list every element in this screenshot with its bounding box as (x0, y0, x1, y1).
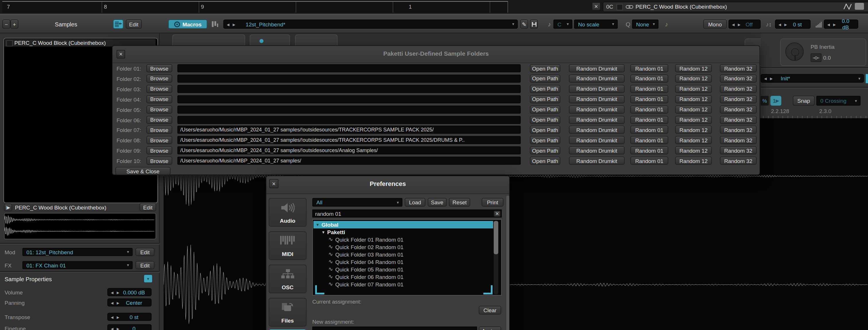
assign-button[interactable]: Assign (479, 327, 501, 330)
row-button-random-drumkit[interactable]: Random Drumkit (569, 136, 625, 144)
row-button-open-path[interactable]: Open Path (530, 64, 560, 72)
sample-remove-button[interactable]: − (2, 20, 10, 29)
scrollbar-accent[interactable] (866, 74, 868, 83)
track-header[interactable]: 0C PERC_C Wood Block (Cubeinthebox) (603, 2, 868, 12)
row-button-random-12[interactable]: Random 12 (675, 116, 712, 124)
new-assignment-input[interactable] (312, 327, 477, 330)
pattern-timeline[interactable]: 7 8 9 1 (2, 1, 508, 12)
row-button-random-32[interactable]: Random 32 (720, 105, 756, 113)
tree-expanded-icon[interactable]: ▼ (316, 223, 319, 227)
mono-button[interactable]: Mono (703, 20, 727, 29)
snap-button[interactable]: Snap (793, 96, 815, 106)
row-button-open-path[interactable]: Open Path (530, 105, 560, 113)
editor-tab[interactable] (172, 34, 245, 45)
track-checkbox[interactable] (617, 4, 623, 10)
row-button-random-32[interactable]: Random 32 (720, 75, 756, 82)
row-button-random-32[interactable]: Random 32 (720, 136, 756, 144)
row-button-random-32[interactable]: Random 32 (720, 64, 756, 72)
sample-add-button[interactable]: + (10, 20, 19, 29)
sliders-icon[interactable] (210, 20, 219, 29)
row-button-random-drumkit[interactable]: Random Drumkit (569, 95, 625, 103)
row-button-random-drumkit[interactable]: Random Drumkit (569, 116, 625, 124)
row-button-random-12[interactable]: Random 12 (675, 75, 712, 82)
modulation-link-button[interactable] (811, 54, 822, 62)
tree-item[interactable]: ∿ Quick Folder 04 Random 01 (313, 258, 493, 266)
tree-scrollbar[interactable] (494, 221, 498, 294)
row-button-open-path[interactable]: Open Path (530, 85, 560, 93)
tree-item[interactable]: ∿ Quick Folder 02 Random 01 (313, 243, 493, 251)
insert-cursor-icon[interactable] (592, 2, 600, 10)
row-button-random-32[interactable]: Random 32 (720, 85, 756, 93)
editor-tab[interactable] (295, 34, 338, 45)
volume-stepper[interactable]: 0.0 dB (824, 20, 858, 29)
paketti-dialog-header[interactable]: Paketti User-Defined Sample Folders (113, 46, 760, 63)
row-button-random-drumkit[interactable]: Random Drumkit (569, 75, 625, 82)
sidebar-item-osc[interactable]: OSC (269, 265, 307, 293)
prefs-preset-select[interactable]: All (312, 198, 402, 207)
sidebar-item-audio[interactable]: Audio (269, 198, 307, 227)
search-clear-icon[interactable] (494, 210, 501, 217)
row-button-random-01[interactable]: Random 01 (630, 64, 668, 72)
tree-item[interactable]: ∿ Quick Folder 06 Random 01 (313, 273, 493, 280)
row-button-random-01[interactable]: Random 01 (630, 157, 668, 165)
row-button-random-01[interactable]: Random 01 (630, 105, 668, 113)
row-button-random-drumkit[interactable]: Random Drumkit (569, 157, 625, 165)
sidebar-item-files[interactable]: Files (269, 298, 307, 327)
row-button-random-01[interactable]: Random 01 (630, 146, 668, 154)
play-from-start-button[interactable]: 1▶ (770, 96, 781, 106)
edit-preset-button[interactable]: ✎ (520, 20, 528, 29)
row-button-random-32[interactable]: Random 32 (720, 157, 756, 165)
row-button-random-01[interactable]: Random 01 (630, 75, 668, 82)
row-button-random-12[interactable]: Random 12 (675, 105, 712, 113)
row-button-open-path[interactable]: Open Path (530, 116, 560, 124)
tree-expanded-icon[interactable]: ▼ (321, 230, 325, 234)
quantize-select[interactable]: None (632, 20, 658, 29)
macros-button[interactable]: Macros (168, 20, 207, 29)
row-button-random-12[interactable]: Random 12 (675, 85, 712, 93)
row-button-random-32[interactable]: Random 32 (720, 116, 756, 124)
row-button-random-01[interactable]: Random 01 (630, 126, 668, 134)
transpose-stepper[interactable]: 0 st (775, 20, 811, 29)
row-button-open-path[interactable]: Open Path (530, 95, 560, 103)
row-button-open-path[interactable]: Open Path (530, 75, 560, 82)
scale-select[interactable]: No scale (574, 20, 618, 29)
row-button-random-12[interactable]: Random 12 (675, 95, 712, 103)
row-button-random-drumkit[interactable]: Random Drumkit (569, 146, 625, 154)
row-button-random-12[interactable]: Random 12 (675, 64, 712, 72)
key-select[interactable]: C (553, 20, 572, 29)
row-button-random-01[interactable]: Random 01 (630, 85, 668, 93)
row-button-random-12[interactable]: Random 12 (675, 146, 712, 154)
row-button-random-01[interactable]: Random 01 (630, 136, 668, 144)
prop-stepper[interactable]: 0 (107, 324, 152, 330)
prop-stepper[interactable]: 0.000 dB (107, 288, 152, 296)
save-button[interactable]: Save (428, 198, 446, 207)
keybinding-tree[interactable]: ▼ Global ▼ Paketti ∿ Quick Folder 01 Ran… (312, 219, 502, 296)
glide-stepper[interactable]: Off (728, 20, 761, 29)
row-button-random-12[interactable]: Random 12 (675, 157, 712, 165)
search-input[interactable] (312, 209, 502, 218)
prop-stepper[interactable]: 0 st (107, 313, 152, 321)
tree-item[interactable]: ∿ Quick Folder 05 Random 01 (313, 266, 493, 273)
sample-list-view-button[interactable] (113, 20, 123, 29)
tree-item[interactable]: ∿ Quick Folder 07 Random 01 (313, 280, 493, 288)
save-preset-button[interactable] (530, 20, 538, 29)
samples-edit-button[interactable]: Edit (126, 20, 142, 29)
row-button-random-01[interactable]: Random 01 (630, 116, 668, 124)
row-button-random-drumkit[interactable]: Random Drumkit (569, 126, 625, 134)
row-button-random-32[interactable]: Random 32 (720, 146, 756, 154)
scrollbar-thumb[interactable] (855, 3, 864, 10)
row-button-random-12[interactable]: Random 12 (675, 136, 712, 144)
editor-preset-select[interactable]: Init* (761, 74, 864, 82)
preferences-header[interactable]: Preferences (267, 176, 509, 194)
tree-scrollbar-thumb[interactable] (494, 221, 498, 254)
tree-item[interactable]: ∿ Quick Folder 03 Random 01 (313, 251, 493, 258)
prefs-scrollbar[interactable] (506, 196, 509, 330)
print-button[interactable]: Print (482, 198, 503, 207)
clear-button[interactable]: Clear (479, 306, 501, 315)
load-button[interactable]: Load (405, 198, 425, 207)
row-button-open-path[interactable]: Open Path (530, 126, 560, 134)
row-button-random-01[interactable]: Random 01 (630, 95, 668, 103)
snap-mode-select[interactable]: 0 Crossing (816, 96, 861, 106)
percent-mode-button[interactable]: % (761, 96, 769, 106)
row-button-random-drumkit[interactable]: Random Drumkit (569, 85, 625, 93)
